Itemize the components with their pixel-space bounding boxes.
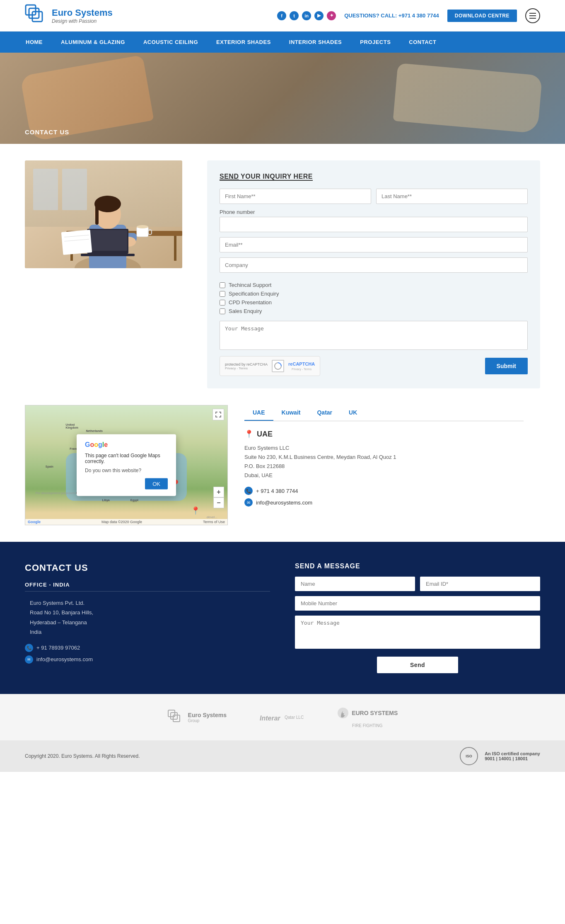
checkbox-specification-input[interactable] — [220, 291, 225, 297]
checkbox-specification[interactable]: Specification Enquiry — [220, 291, 528, 297]
header-right: f t in ▶ ✦ QUESTIONS? CALL: +971 4 380 7… — [277, 8, 540, 23]
map-zoom-controls: + − — [213, 487, 224, 508]
partner-3-sub: FIRE FIGHTING — [352, 723, 382, 728]
tab-uae[interactable]: UAE — [244, 405, 273, 421]
iso-area: ISO An ISO certified company 9001 | 1400… — [460, 747, 540, 765]
nav-interior[interactable]: INTERIOR SHADES — [280, 32, 351, 53]
youtube-icon[interactable]: ▶ — [314, 11, 324, 20]
menu-line-2 — [529, 15, 536, 16]
footer-name-email-row — [295, 577, 540, 591]
footer-send-button[interactable]: Send — [377, 657, 458, 673]
logo-sub-text: Design with Passion — [52, 18, 113, 24]
phone-input[interactable] — [220, 217, 528, 232]
partner-logos-section: Euro Systems Group Interarc Qatar LLC EU… — [0, 694, 565, 740]
partner-eurosystems-group: Euro Systems Group — [167, 709, 227, 726]
footer-message-textarea[interactable] — [295, 616, 540, 649]
twitter-icon[interactable]: t — [290, 11, 299, 20]
footer-send-title: SEND A MESSAGE — [295, 563, 540, 570]
instagram-icon[interactable]: ✦ — [327, 11, 336, 20]
contact-photo — [25, 160, 182, 268]
nav-exterior[interactable]: EXTERIOR SHADES — [207, 32, 280, 53]
nav-home[interactable]: HOME — [17, 32, 52, 53]
nav-acoustic[interactable]: ACOUSTIC CEILING — [134, 32, 207, 53]
checkbox-cpd-input[interactable] — [220, 300, 225, 306]
nav-projects[interactable]: PROJECTS — [351, 32, 400, 53]
menu-line-1 — [529, 13, 536, 14]
map-dev-text-3: devel... — [207, 515, 217, 519]
facebook-icon[interactable]: f — [277, 11, 286, 20]
map-pin-2: 📍 — [191, 506, 200, 515]
map-zoom-in-button[interactable]: + — [213, 487, 224, 497]
recaptcha-logo: reCAPTCHA Privacy - Terms — [288, 361, 315, 371]
map-label-uk: UnitedKingdom — [66, 423, 78, 429]
tab-qatar[interactable]: Qatar — [309, 405, 340, 421]
linkedin-icon[interactable]: in — [302, 11, 311, 20]
footer-name-input[interactable] — [295, 577, 415, 591]
download-centre-button[interactable]: DOWNLOAD CENTRE — [447, 10, 517, 22]
checkbox-group: Techincal Support Specification Enquiry … — [220, 278, 528, 321]
map-label-netherlands: Netherlands — [86, 429, 102, 432]
footer-left: CONTACT US OFFICE - INDIA Euro Systems P… — [25, 563, 270, 673]
partner-2-sub: Qatar LLC — [285, 715, 304, 720]
last-name-input[interactable] — [376, 189, 528, 204]
first-name-input[interactable] — [220, 189, 371, 204]
recaptcha-privacy-text: Privacy - Terms — [225, 366, 268, 370]
svg-rect-28 — [168, 710, 175, 717]
footer-contact-title: CONTACT US — [25, 563, 270, 573]
map-terms-link[interactable]: Terms of Use — [203, 520, 225, 524]
recaptcha-checkbox[interactable] — [272, 360, 284, 372]
map-office-section: UnitedKingdom Netherlands Belgium France… — [0, 405, 565, 542]
recaptcha-row: protected by reCAPTCHA Privacy - Terms r… — [220, 356, 528, 376]
contact-image-area — [25, 160, 182, 388]
dialog-question: Do you own this website? — [85, 468, 168, 473]
hero-label: CONTACT US — [0, 120, 94, 144]
recaptcha-box: protected by reCAPTCHA Privacy - Terms r… — [220, 356, 320, 376]
name-row — [220, 189, 528, 204]
footer-email-input[interactable] — [420, 577, 540, 591]
svg-text:Interarc: Interarc — [260, 715, 280, 722]
google-logo-small: Google — [28, 520, 41, 524]
svg-rect-2 — [32, 12, 42, 22]
footer-address: Euro Systems Pvt. Ltd. Road No 10, Banja… — [25, 598, 270, 637]
office-info: UAE Kuwait Qatar UK 📍 UAE Euro Systems L… — [228, 405, 540, 525]
hand-right-decoration — [393, 63, 543, 133]
email-input[interactable] — [220, 237, 528, 252]
checkbox-sales[interactable]: Sales Enquiry — [220, 308, 528, 314]
office-tabs: UAE Kuwait Qatar UK — [244, 405, 524, 421]
checkbox-technical[interactable]: Techincal Support — [220, 282, 528, 288]
footer-phone: 📞 + 91 78939 97062 — [25, 644, 270, 652]
logo-main-text: Euro Systems — [52, 7, 113, 18]
office-name: 📍 UAE — [244, 429, 524, 439]
footer-mobile-input[interactable] — [295, 596, 540, 611]
office-city-name: UAE — [257, 430, 273, 439]
footer-bottom: Copyright 2020. Euro Systems. All Rights… — [0, 740, 565, 772]
svg-point-26 — [137, 225, 148, 228]
dialog-ok-button[interactable]: OK — [145, 478, 168, 490]
iso-text-area: An ISO certified company 9001 | 14001 | … — [485, 751, 540, 761]
submit-button[interactable]: Submit — [485, 358, 528, 374]
message-textarea[interactable] — [220, 321, 528, 350]
iso-badge: ISO — [460, 747, 478, 765]
svg-rect-6 — [62, 169, 87, 210]
tab-kuwait[interactable]: Kuwait — [273, 405, 309, 421]
dialog-message: This page can't load Google Maps correct… — [85, 453, 168, 464]
checkbox-sales-input[interactable] — [220, 308, 225, 314]
checkbox-cpd[interactable]: CPD Presentation — [220, 299, 528, 306]
questions-text: QUESTIONS? CALL: +971 4 380 7744 — [344, 12, 439, 19]
map-zoom-out-button[interactable]: − — [213, 497, 224, 508]
checkbox-technical-input[interactable] — [220, 282, 225, 288]
logo-area: Euro Systems Design with Passion — [25, 4, 113, 27]
map-fullscreen-button[interactable] — [212, 409, 224, 420]
menu-button[interactable] — [525, 8, 540, 23]
svg-rect-1 — [29, 8, 39, 18]
nav-aluminum[interactable]: ALUMINUM & GLAZING — [52, 32, 134, 53]
tab-uk[interactable]: UK — [340, 405, 365, 421]
company-input[interactable] — [220, 257, 528, 273]
partner-1-sub: Group — [188, 718, 227, 723]
nav-contact[interactable]: CONTACT — [400, 32, 445, 53]
hero-section: CONTACT US — [0, 53, 565, 144]
partner-3-name: EURO SYSTEMS — [352, 710, 398, 716]
office-address: Euro Systems LLC Suite No 230, K.M.L Bus… — [244, 444, 524, 480]
map-label-spain: Spain — [46, 465, 53, 468]
phone-label: Phone number — [220, 209, 528, 215]
